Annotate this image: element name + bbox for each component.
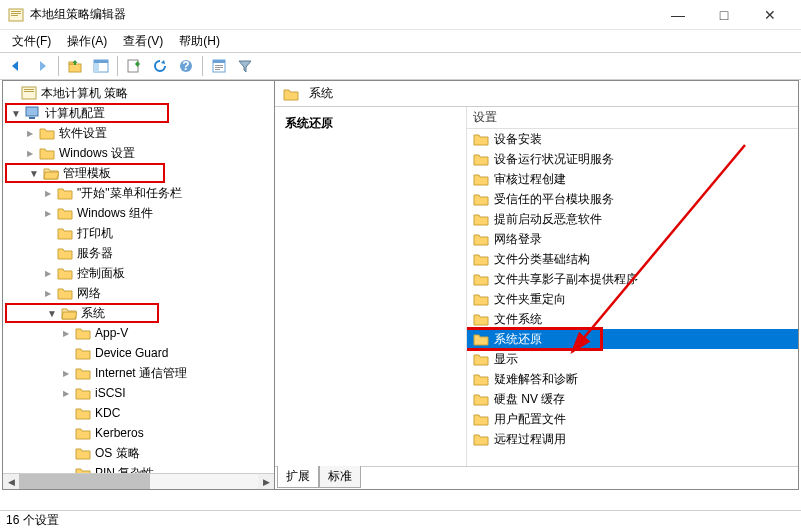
- tree-windows-settings[interactable]: ▶ Windows 设置: [3, 143, 274, 163]
- forward-button[interactable]: [30, 55, 54, 77]
- tab-extended[interactable]: 扩展: [277, 466, 319, 488]
- list-item[interactable]: 疑难解答和诊断: [467, 369, 798, 389]
- chevron-right-icon[interactable]: ▶: [23, 146, 37, 160]
- tree-label: Windows 组件: [77, 205, 153, 222]
- folder-icon: [473, 392, 489, 406]
- tree-label: PIN 复杂性: [95, 465, 154, 474]
- svg-rect-8: [94, 60, 108, 63]
- back-button[interactable]: [4, 55, 28, 77]
- list-item-label: 文件系统: [494, 311, 542, 328]
- folder-icon: [473, 152, 489, 166]
- list-item[interactable]: 硬盘 NV 缓存: [467, 389, 798, 409]
- chevron-right-icon[interactable]: ▶: [41, 186, 55, 200]
- scroll-left-button[interactable]: ◀: [3, 474, 19, 489]
- tree-device-guard[interactable]: Device Guard: [3, 343, 274, 363]
- list-item-label: 审核过程创建: [494, 171, 566, 188]
- list-item[interactable]: 受信任的平台模块服务: [467, 189, 798, 209]
- folder-icon: [473, 192, 489, 206]
- tree[interactable]: 本地计算机 策略 ▼ 计算机配置 ▶ 软件设置 ▶: [3, 81, 274, 473]
- scroll-right-button[interactable]: ▶: [258, 474, 274, 489]
- list-item-label: 受信任的平台模块服务: [494, 191, 614, 208]
- list-item[interactable]: 网络登录: [467, 229, 798, 249]
- list-item[interactable]: 系统还原: [467, 329, 798, 349]
- up-button[interactable]: [63, 55, 87, 77]
- status-bar: 16 个设置: [0, 510, 801, 530]
- list-item[interactable]: 远程过程调用: [467, 429, 798, 449]
- chevron-right-icon[interactable]: ▶: [23, 126, 37, 140]
- list-item[interactable]: 用户配置文件: [467, 409, 798, 429]
- svg-rect-17: [22, 87, 36, 99]
- chevron-right-icon[interactable]: ▶: [41, 286, 55, 300]
- list-item-label: 提前启动反恶意软件: [494, 211, 602, 228]
- tree-control-panel[interactable]: ▶ 控制面板: [3, 263, 274, 283]
- minimize-button[interactable]: —: [655, 0, 701, 30]
- details-body: 系统还原 设置 设备安装设备运行状况证明服务审核过程创建受信任的平台模块服务提前…: [275, 107, 798, 467]
- menu-help[interactable]: 帮助(H): [171, 31, 228, 52]
- list-item[interactable]: 提前启动反恶意软件: [467, 209, 798, 229]
- tree-label: App-V: [95, 326, 128, 340]
- tree-software-settings[interactable]: ▶ 软件设置: [3, 123, 274, 143]
- list-item[interactable]: 文件夹重定向: [467, 289, 798, 309]
- show-hide-tree-button[interactable]: [89, 55, 113, 77]
- tree-pane: 本地计算机 策略 ▼ 计算机配置 ▶ 软件设置 ▶: [3, 81, 275, 489]
- tree-computer-config[interactable]: ▼ 计算机配置: [3, 103, 274, 123]
- menu-view[interactable]: 查看(V): [115, 31, 171, 52]
- menu-action[interactable]: 操作(A): [59, 31, 115, 52]
- list-item[interactable]: 设备安装: [467, 129, 798, 149]
- chevron-down-icon[interactable]: ▼: [27, 166, 41, 180]
- refresh-button[interactable]: [148, 55, 172, 77]
- folder-icon: [57, 206, 73, 220]
- help-button[interactable]: ?: [174, 55, 198, 77]
- list-item[interactable]: 文件分类基础结构: [467, 249, 798, 269]
- tree-internet-comm[interactable]: ▶ Internet 通信管理: [3, 363, 274, 383]
- svg-rect-9: [128, 60, 138, 72]
- tree-iscsi[interactable]: ▶ iSCSI: [3, 383, 274, 403]
- chevron-right-icon[interactable]: ▶: [59, 326, 73, 340]
- chevron-down-icon[interactable]: ▼: [9, 106, 23, 120]
- details-pane: 系统 系统还原 设置 设备安装设备运行状况证明服务审核过程创建受信任的平台模块服…: [275, 81, 798, 489]
- folder-icon: [75, 386, 91, 400]
- list-item[interactable]: 文件系统: [467, 309, 798, 329]
- tree-root[interactable]: 本地计算机 策略: [3, 83, 274, 103]
- tab-standard[interactable]: 标准: [319, 466, 361, 488]
- list-item[interactable]: 显示: [467, 349, 798, 369]
- chevron-down-icon[interactable]: ▼: [45, 306, 59, 320]
- chevron-right-icon[interactable]: ▶: [59, 386, 73, 400]
- tree-printers[interactable]: 打印机: [3, 223, 274, 243]
- tree-admin-templates[interactable]: ▼ 管理模板: [3, 163, 274, 183]
- tree-win-components[interactable]: ▶ Windows 组件: [3, 203, 274, 223]
- svg-rect-20: [26, 107, 38, 116]
- properties-button[interactable]: [207, 55, 231, 77]
- tree-horizontal-scrollbar[interactable]: ◀ ▶: [3, 473, 274, 489]
- tree-pin-complexity[interactable]: PIN 复杂性: [3, 463, 274, 473]
- folder-icon: [473, 212, 489, 226]
- chevron-right-icon[interactable]: ▶: [59, 366, 73, 380]
- tree-label: OS 策略: [95, 445, 140, 462]
- folder-icon: [75, 346, 91, 360]
- list-item[interactable]: 文件共享影子副本提供程序: [467, 269, 798, 289]
- list-item[interactable]: 审核过程创建: [467, 169, 798, 189]
- filter-button[interactable]: [233, 55, 257, 77]
- tree-appv[interactable]: ▶ App-V: [3, 323, 274, 343]
- maximize-button[interactable]: □: [701, 0, 747, 30]
- column-header[interactable]: 设置: [467, 107, 798, 129]
- export-button[interactable]: [122, 55, 146, 77]
- tree-label: Device Guard: [95, 346, 168, 360]
- tree-kerberos[interactable]: Kerberos: [3, 423, 274, 443]
- close-button[interactable]: ✕: [747, 0, 793, 30]
- computer-icon: [25, 106, 41, 120]
- tree-server[interactable]: 服务器: [3, 243, 274, 263]
- tree-network[interactable]: ▶ 网络: [3, 283, 274, 303]
- list-item[interactable]: 设备运行状况证明服务: [467, 149, 798, 169]
- settings-list[interactable]: 设备安装设备运行状况证明服务审核过程创建受信任的平台模块服务提前启动反恶意软件网…: [467, 129, 798, 467]
- tree-start-menu[interactable]: ▶ "开始"菜单和任务栏: [3, 183, 274, 203]
- scroll-track[interactable]: [19, 474, 258, 489]
- tree-os-policies[interactable]: OS 策略: [3, 443, 274, 463]
- chevron-right-icon[interactable]: ▶: [41, 206, 55, 220]
- list-item-label: 文件共享影子副本提供程序: [494, 271, 638, 288]
- menu-file[interactable]: 文件(F): [4, 31, 59, 52]
- tree-system[interactable]: ▼ 系统: [3, 303, 274, 323]
- folder-icon: [57, 246, 73, 260]
- tree-kdc[interactable]: KDC: [3, 403, 274, 423]
- chevron-right-icon[interactable]: ▶: [41, 266, 55, 280]
